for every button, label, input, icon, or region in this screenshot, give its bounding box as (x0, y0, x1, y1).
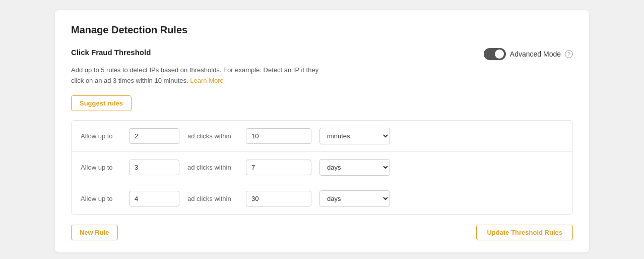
rule-allow-label-0: Allow up to (81, 132, 121, 140)
page-title: Manage Detection Rules (71, 24, 573, 36)
advanced-mode-info-icon[interactable]: ? (565, 50, 573, 58)
rule-unit-select-1[interactable]: minuteshoursdays (319, 159, 390, 176)
update-threshold-rules-button[interactable]: Update Threshold Rules (476, 225, 573, 240)
advanced-mode-container: Advanced Mode ? (484, 48, 573, 60)
rule-value2-input-2[interactable] (246, 191, 311, 206)
rule-row: Allow up to ad clicks within minuteshour… (72, 152, 572, 183)
section-description: Add up to 5 rules to detect IPs based on… (71, 65, 333, 86)
rule-middle-label-2: ad clicks within (187, 195, 238, 202)
rules-container: Allow up to ad clicks within minuteshour… (71, 120, 573, 215)
learn-more-link[interactable]: Learn More (190, 77, 223, 84)
rule-value1-input-2[interactable] (129, 191, 179, 206)
rule-value2-input-0[interactable] (246, 128, 311, 144)
rule-unit-select-0[interactable]: minuteshoursdays (319, 128, 390, 144)
section-title-block: Click Fraud Threshold (71, 48, 151, 57)
rule-row: Allow up to ad clicks within minuteshour… (72, 183, 572, 214)
section-title: Click Fraud Threshold (71, 48, 151, 57)
new-rule-button[interactable]: New Rule (71, 225, 118, 240)
advanced-mode-label: Advanced Mode (510, 50, 561, 58)
rule-middle-label-0: ad clicks within (187, 132, 238, 140)
rule-value1-input-0[interactable] (129, 128, 179, 144)
rule-row: Allow up to ad clicks within minuteshour… (72, 121, 572, 152)
manage-detection-rules-card: Manage Detection Rules Click Fraud Thres… (55, 10, 589, 252)
section-header: Click Fraud Threshold Advanced Mode ? (71, 48, 573, 60)
suggest-rules-button[interactable]: Suggest rules (71, 95, 132, 111)
rule-allow-label-1: Allow up to (81, 164, 121, 171)
rule-unit-select-2[interactable]: minuteshoursdays (319, 190, 390, 207)
advanced-mode-toggle[interactable] (484, 48, 506, 60)
rule-value2-input-1[interactable] (246, 160, 311, 175)
footer: New Rule Update Threshold Rules (71, 225, 573, 240)
rule-value1-input-1[interactable] (129, 160, 179, 175)
rule-allow-label-2: Allow up to (81, 195, 121, 202)
rule-middle-label-1: ad clicks within (187, 164, 238, 171)
toggle-slider (484, 48, 506, 60)
